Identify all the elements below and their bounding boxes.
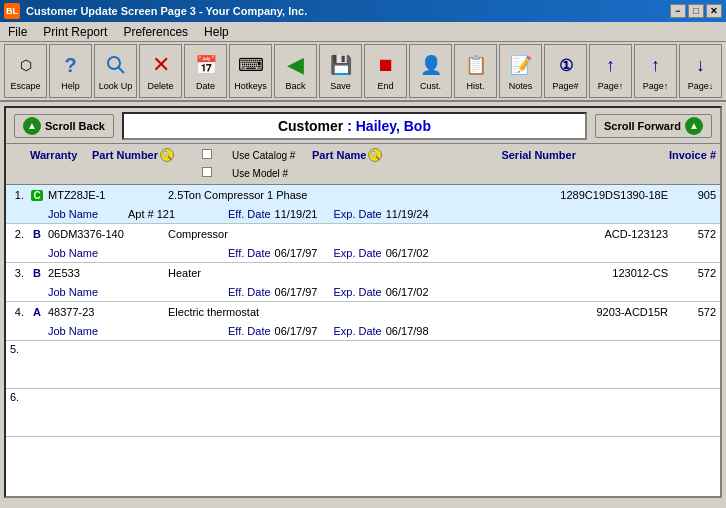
customer-display: Customer : Hailey, Bob — [122, 112, 587, 140]
menu-help[interactable]: Help — [200, 24, 233, 40]
customer-name: Hailey, Bob — [356, 118, 431, 134]
row-1-warranty: C — [26, 189, 48, 201]
date-icon: 📅 — [192, 51, 220, 79]
row-4-exp-label: Exp. Date — [333, 325, 381, 337]
row-1-eff-label: Eff. Date — [228, 208, 271, 220]
scroll-forward-button[interactable]: Scroll Forward ▲ — [595, 114, 712, 138]
minimize-button[interactable]: − — [670, 4, 686, 18]
table-row: 2. B 06DM3376-140 Compressor ACD-123123 … — [6, 224, 720, 263]
escape-button[interactable]: ⬡ Escape — [4, 44, 47, 98]
scroll-back-label: Scroll Back — [45, 120, 105, 132]
row-1-main: 1. C MTZ28JE-1 2.5Ton Compressor 1 Phase… — [6, 185, 720, 205]
svg-point-0 — [108, 57, 120, 69]
row-1-apt: Apt # 121 — [128, 208, 228, 220]
row-1-exp-label: Exp. Date — [333, 208, 381, 220]
pagef-button[interactable]: ① Page# — [544, 44, 587, 98]
part-number-search-icon[interactable]: 🔍 — [160, 148, 174, 162]
end-icon: ⏹ — [372, 51, 400, 79]
save-button[interactable]: 💾 Save — [319, 44, 362, 98]
back-button[interactable]: ◀ Back — [274, 44, 317, 98]
back-icon: ◀ — [282, 51, 310, 79]
hist-label: Hist. — [467, 81, 485, 91]
hotkeys-label: Hotkeys — [234, 81, 267, 91]
date-button[interactable]: 📅 Date — [184, 44, 227, 98]
hotkeys-button[interactable]: ⌨ Hotkeys — [229, 44, 272, 98]
escape-icon: ⬡ — [12, 51, 40, 79]
hist-icon: 📋 — [462, 51, 490, 79]
hist-button[interactable]: 📋 Hist. — [454, 44, 497, 98]
row-1-eff-date: 11/19/21 — [275, 208, 318, 220]
delete-button[interactable]: ✕ Delete — [139, 44, 182, 98]
lookup-icon — [102, 51, 130, 79]
pagef-label: Page# — [552, 81, 578, 91]
scroll-back-icon: ▲ — [23, 117, 41, 135]
pageup-icon: ↑ — [642, 51, 670, 79]
row-4-exp-date: 06/17/98 — [386, 325, 429, 337]
table-row: 1. C MTZ28JE-1 2.5Ton Compressor 1 Phase… — [6, 185, 720, 224]
help-button[interactable]: ? Help — [49, 44, 92, 98]
row-1-part-number: MTZ28JE-1 — [48, 189, 168, 201]
row-4-warranty: A — [26, 306, 48, 318]
notes-button[interactable]: 📝 Notes — [499, 44, 542, 98]
row-6-num: 6. — [10, 391, 21, 403]
row-3-serial: 123012-CS — [348, 267, 676, 279]
delete-icon: ✕ — [147, 51, 175, 79]
scroll-forward-icon: ▲ — [685, 117, 703, 135]
lookup-button[interactable]: Look Up — [94, 44, 137, 98]
row-4-invoice: 572 — [676, 306, 716, 318]
row-3-eff-label: Eff. Date — [228, 286, 271, 298]
menu-file[interactable]: File — [4, 24, 31, 40]
help-label: Help — [61, 81, 80, 91]
row-1-invoice: 905 — [676, 189, 716, 201]
column-header-row2: Use Model # — [30, 164, 716, 182]
row-1-part-name: 2.5Ton Compressor 1 Phase — [168, 189, 348, 201]
row-2-eff-label: Eff. Date — [228, 247, 271, 259]
row-2-serial: ACD-123123 — [348, 228, 676, 240]
serial-number-header: Serial Number — [452, 148, 656, 162]
row-4-job-name: Job Name — [48, 325, 128, 337]
row-3-sub: Job Name Eff. Date 06/17/97 Exp. Date 06… — [6, 283, 720, 301]
table-row: 3. B 2E533 Heater 123012-CS 572 Job Name… — [6, 263, 720, 302]
pageback-icon: ↑ — [597, 51, 625, 79]
row-3-part-name: Heater — [168, 267, 348, 279]
row-2-part-name: Compressor — [168, 228, 348, 240]
menu-print-report[interactable]: Print Report — [39, 24, 111, 40]
pageup-button[interactable]: ↑ Page↑ — [634, 44, 677, 98]
maximize-button[interactable]: □ — [688, 4, 704, 18]
invoice-header: Invoice # — [656, 148, 716, 162]
row-1-job-name: Job Name — [48, 208, 128, 220]
row-3-part-number: 2E533 — [48, 267, 168, 279]
row-4-eff-date: 06/17/97 — [275, 325, 318, 337]
back-label: Back — [285, 81, 305, 91]
scroll-back-button[interactable]: ▲ Scroll Back — [14, 114, 114, 138]
end-label: End — [377, 81, 393, 91]
save-icon: 💾 — [327, 51, 355, 79]
date-label: Date — [196, 81, 215, 91]
use-catalog-label: Use Catalog # — [232, 150, 312, 161]
row-4-part-number: 48377-23 — [48, 306, 168, 318]
app-icon: BL — [4, 3, 20, 19]
row-1-exp-date: 11/19/24 — [386, 208, 429, 220]
row-3-job-name: Job Name — [48, 286, 128, 298]
cust-button[interactable]: 👤 Cust. — [409, 44, 452, 98]
row-4-sub: Job Name Eff. Date 06/17/97 Exp. Date 06… — [6, 322, 720, 340]
menu-preferences[interactable]: Preferences — [119, 24, 192, 40]
row-1-num: 1. — [10, 189, 26, 201]
window-controls: − □ ✕ — [670, 4, 722, 18]
use-catalog-checkbox[interactable] — [202, 149, 212, 159]
close-button[interactable]: ✕ — [706, 4, 722, 18]
save-label: Save — [330, 81, 351, 91]
data-section: 1. C MTZ28JE-1 2.5Ton Compressor 1 Phase… — [6, 185, 720, 499]
pagedown-button[interactable]: ↓ Page↓ — [679, 44, 722, 98]
pageback-button[interactable]: ↑ Page↑ — [589, 44, 632, 98]
hotkeys-icon: ⌨ — [237, 51, 265, 79]
end-button[interactable]: ⏹ End — [364, 44, 407, 98]
delete-label: Delete — [147, 81, 173, 91]
column-header-row1: Warranty Part Number 🔍 Use Catalog # Par… — [30, 146, 716, 164]
warranty-header: Warranty — [30, 148, 92, 162]
part-name-search-icon[interactable]: 🔍 — [368, 148, 382, 162]
use-model-checkbox[interactable] — [202, 167, 212, 177]
escape-label: Escape — [10, 81, 40, 91]
row-3-exp-label: Exp. Date — [333, 286, 381, 298]
notes-icon: 📝 — [507, 51, 535, 79]
